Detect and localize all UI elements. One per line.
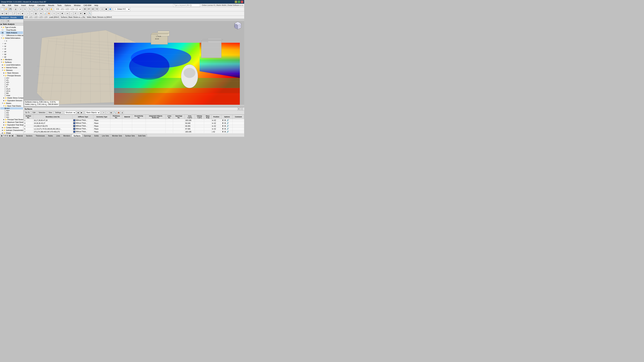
zoom-in-btn[interactable]: 🔍 — [32, 7, 36, 11]
deform-btn[interactable]: ≋ — [39, 12, 43, 15]
calc-btn[interactable]: ⚙ — [79, 12, 82, 15]
table-content[interactable]: SurfaceNo. Boundary Lines No. Stiffness … — [24, 115, 244, 134]
tree-sigma1m[interactable]: σ1- — [0, 79, 23, 81]
tree-phiz[interactable]: ○ φz — [0, 55, 23, 58]
close-button[interactable]: ✕ — [241, 1, 243, 3]
menu-window[interactable]: Window — [72, 4, 82, 7]
solid-obj-btn[interactable]: ■ — [21, 12, 24, 15]
prev-page-btn[interactable]: ◀ — [1, 134, 2, 137]
tree-phix[interactable]: ○ φx — [0, 50, 23, 53]
settings-btn[interactable]: 🔧 — [88, 12, 92, 15]
table-expand-btn[interactable]: □ — [240, 108, 243, 110]
tree-equiv-stresses[interactable]: ▶ 📁 Equivalent Stresses — [0, 99, 23, 102]
open-btn[interactable]: 📂 — [4, 7, 8, 11]
selection-btn[interactable]: Selection — [38, 111, 46, 114]
tree-sigma1p[interactable]: σ1+ — [0, 77, 23, 79]
undo-btn[interactable]: ↩ — [19, 7, 23, 11]
tree-exx[interactable]: εxx+ — [0, 107, 23, 109]
menu-help[interactable]: Help — [93, 4, 100, 7]
tree-strains[interactable]: ▼ 📁 Strains — [0, 102, 23, 105]
tree-internal-forces[interactable]: ▶ 📁 Internal Forces — [0, 66, 23, 69]
tree-tmax[interactable]: τmax — [0, 94, 23, 96]
table-row[interactable]: 1 16,17,28,65-47,18 Without Thick... Pla… — [24, 119, 244, 122]
search-tbl-btn[interactable]: 🔍 — [113, 111, 116, 114]
tab-material[interactable]: Material — [15, 134, 24, 137]
surface-btn[interactable]: ▭ — [16, 12, 20, 15]
tree-elastic-stress-comp[interactable]: ▶ 📁 Elastic Stress Components — [0, 96, 23, 99]
menu-results[interactable]: Results — [47, 4, 56, 7]
plate-btn[interactable]: ▤ — [34, 12, 38, 15]
tree-static-analysis[interactable]: 📄 Static Analysis — [0, 31, 23, 34]
next-page-btn[interactable]: ▶ — [9, 134, 11, 137]
tab-surfaces[interactable]: Surfaces — [72, 134, 82, 137]
tab-members[interactable]: Members — [62, 134, 72, 137]
rotate-btn[interactable]: ↻ — [46, 7, 49, 11]
tree-basic-stresses[interactable]: ▶ 📁 Basic Stresses — [0, 71, 23, 74]
table-close-btn[interactable]: ✕ — [238, 108, 240, 110]
tree-max-total[interactable]: ▶ 📁 Maximum Total Strains — [0, 121, 23, 123]
tab-member-sets[interactable]: Member Sets — [110, 134, 124, 137]
tree-contact-stresses[interactable]: ▶ 📁 Contact Stresses — [0, 126, 23, 129]
nav-settings-btn[interactable]: ⚙ — [7, 19, 10, 22]
loadcase-dropdown[interactable]: CO2 - LC1 + LC2 + LC3 + LC4 — [55, 7, 82, 11]
tree-local-def[interactable]: ▶ 📁 Local Deformations — [0, 63, 23, 66]
last-page-btn[interactable]: ▶| — [12, 134, 14, 137]
edit-btn[interactable]: Edit — [32, 111, 37, 114]
tree-ux[interactable]: ○ ux — [0, 42, 23, 45]
menu-assign[interactable]: Assign — [28, 4, 36, 7]
arrow-btn[interactable]: → — [70, 12, 73, 15]
tree-eyym[interactable]: εyy- — [0, 116, 23, 118]
tree-u[interactable]: ○ u — [0, 39, 23, 42]
tab-sections[interactable]: Sections — [24, 134, 34, 137]
redo-btn[interactable]: ↪ — [23, 7, 27, 11]
grid-btn[interactable]: ⊞ — [4, 12, 8, 15]
view-xy-btn[interactable]: XY — [87, 7, 91, 11]
tab-surface-sets[interactable]: Surface Sets — [124, 134, 136, 137]
next-btn[interactable]: ▶ — [80, 111, 83, 114]
table-row[interactable]: 4 4-9,268,37-58,270 Without Thick... Pla… — [24, 125, 244, 128]
snap-btn[interactable]: ⊕ — [0, 12, 4, 15]
tab-openings[interactable]: Openings — [82, 134, 92, 137]
sort-btn[interactable]: ↕ — [106, 111, 109, 114]
scale-btn[interactable]: ⇔ — [66, 12, 69, 15]
cross-section-btn[interactable]: ✚ — [60, 12, 64, 15]
tree-global-def[interactable]: ▼ 📁 Global Deformations — [0, 37, 23, 39]
tree-sigma2m[interactable]: σ2- — [0, 83, 23, 86]
menu-insert[interactable]: Insert — [20, 4, 27, 7]
menu-cad-bim[interactable]: CAD-BIM — [82, 4, 92, 7]
menu-options[interactable]: Options — [63, 4, 72, 7]
tree-diff-initial[interactable]: 📄 Differences to initial state — [0, 34, 23, 37]
view-btn[interactable]: View — [47, 111, 53, 114]
goto-btn[interactable]: Go To — [24, 111, 31, 114]
tab-solid-sets[interactable]: Solid Sets — [136, 134, 147, 137]
view-xz-btn[interactable]: XZ — [91, 7, 95, 11]
export-btn[interactable]: 📤 — [117, 111, 120, 114]
tree-uy[interactable]: ○ uy — [0, 45, 23, 47]
nav-expand-btn[interactable]: + — [0, 19, 3, 22]
nav-collapse-btn[interactable]: − — [4, 19, 6, 22]
menu-calculate[interactable]: Calculate — [36, 4, 46, 7]
tree-sigma2m2[interactable]: σ2,m — [0, 90, 23, 92]
pan-btn[interactable]: ✋ — [50, 7, 53, 11]
search-input[interactable] — [173, 4, 200, 7]
render-btn[interactable]: 🔷 — [108, 7, 112, 11]
settings-tbl-btn[interactable]: Settings — [54, 111, 62, 114]
solid-btn[interactable]: ⬢ — [104, 7, 108, 11]
tree-principal-stresses[interactable]: ▼ 📁 Principal Stresses — [0, 74, 23, 77]
tree-exxm[interactable]: εxx- — [0, 114, 23, 116]
tree-sigma2p[interactable]: σ2+ — [0, 81, 23, 83]
tab-nodes[interactable]: Nodes — [46, 134, 54, 137]
iso-btn[interactable]: 〜 — [56, 12, 60, 15]
table-row[interactable]: 3 19-26,36-45,27 Without Thick... Plane … — [24, 122, 244, 125]
tree-exy[interactable]: εxy — [0, 112, 23, 114]
menu-view[interactable]: View — [13, 4, 20, 7]
navigator-close-btn[interactable]: ✕ — [21, 16, 22, 18]
menu-file[interactable]: File — [1, 4, 6, 7]
filter-btn[interactable]: ≡ — [102, 111, 105, 114]
values-btn[interactable]: # — [74, 12, 77, 15]
minimize-button[interactable]: − — [235, 1, 237, 3]
tree-theta[interactable]: θ — [0, 86, 23, 88]
tree-basic-total[interactable]: ▼ 📁 Basic Total Strains — [0, 105, 23, 107]
print-tbl-btn[interactable]: 🖨 — [121, 111, 124, 114]
maximize-button[interactable]: □ — [238, 1, 240, 3]
